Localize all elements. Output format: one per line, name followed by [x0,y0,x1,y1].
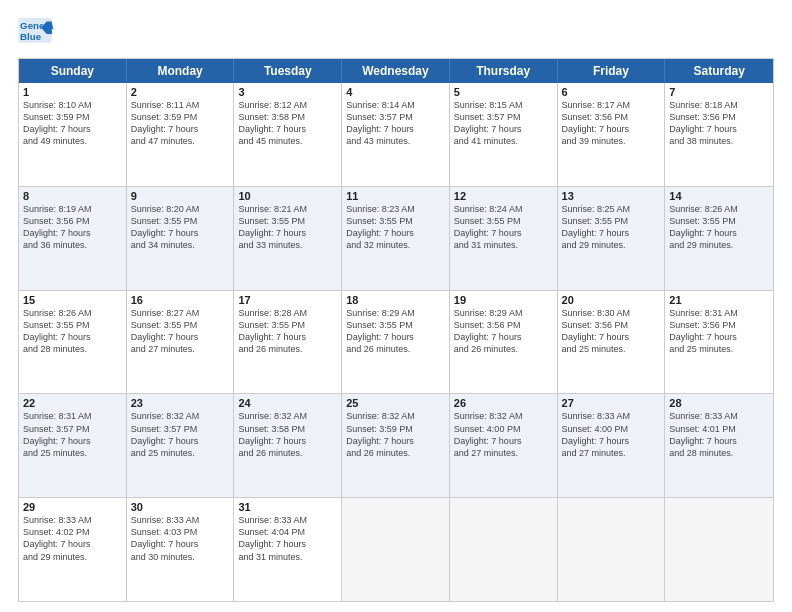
day-number: 30 [131,501,230,513]
day-number: 15 [23,294,122,306]
cell-info-line: Sunrise: 8:32 AM [131,410,230,422]
cell-info-line: Daylight: 7 hours [562,227,661,239]
day-cell-15: 15Sunrise: 8:26 AMSunset: 3:55 PMDayligh… [19,291,127,394]
day-cell-21: 21Sunrise: 8:31 AMSunset: 3:56 PMDayligh… [665,291,773,394]
cell-info-line: Daylight: 7 hours [238,538,337,550]
cell-info-line: Daylight: 7 hours [238,227,337,239]
day-cell-20: 20Sunrise: 8:30 AMSunset: 3:56 PMDayligh… [558,291,666,394]
day-cell-17: 17Sunrise: 8:28 AMSunset: 3:55 PMDayligh… [234,291,342,394]
cell-info-line: and 28 minutes. [23,343,122,355]
cell-info-line: Sunrise: 8:21 AM [238,203,337,215]
weekday-header-thursday: Thursday [450,59,558,83]
cell-info-line: and 45 minutes. [238,135,337,147]
day-cell-3: 3Sunrise: 8:12 AMSunset: 3:58 PMDaylight… [234,83,342,186]
cell-info-line: Sunrise: 8:15 AM [454,99,553,111]
cell-info-line: Daylight: 7 hours [454,227,553,239]
day-number: 20 [562,294,661,306]
cell-info-line: and 38 minutes. [669,135,769,147]
weekday-header-sunday: Sunday [19,59,127,83]
cell-info-line: and 39 minutes. [562,135,661,147]
cell-info-line: Sunrise: 8:27 AM [131,307,230,319]
day-cell-24: 24Sunrise: 8:32 AMSunset: 3:58 PMDayligh… [234,394,342,497]
cell-info-line: Daylight: 7 hours [23,435,122,447]
day-number: 26 [454,397,553,409]
weekday-header-monday: Monday [127,59,235,83]
cell-info-line: Sunset: 3:57 PM [454,111,553,123]
day-number: 5 [454,86,553,98]
cell-info-line: and 26 minutes. [238,343,337,355]
logo-icon: General Blue [18,18,54,48]
cell-info-line: Sunrise: 8:23 AM [346,203,445,215]
cell-info-line: Sunset: 4:04 PM [238,526,337,538]
cell-info-line: Sunset: 3:55 PM [562,215,661,227]
weekday-header-friday: Friday [558,59,666,83]
cell-info-line: Sunrise: 8:19 AM [23,203,122,215]
cell-info-line: and 29 minutes. [669,239,769,251]
cell-info-line: Daylight: 7 hours [23,227,122,239]
cell-info-line: Daylight: 7 hours [562,331,661,343]
cell-info-line: Daylight: 7 hours [562,435,661,447]
cell-info-line: Sunset: 3:55 PM [238,215,337,227]
cell-info-line: and 26 minutes. [346,343,445,355]
header: General Blue [18,18,774,48]
cell-info-line: Sunset: 3:57 PM [131,423,230,435]
cell-info-line: and 25 minutes. [669,343,769,355]
cell-info-line: and 27 minutes. [454,447,553,459]
day-cell-14: 14Sunrise: 8:26 AMSunset: 3:55 PMDayligh… [665,187,773,290]
page: General Blue SundayMondayTuesdayWednesda… [0,0,792,612]
cell-info-line: and 29 minutes. [562,239,661,251]
cell-info-line: Sunset: 3:56 PM [562,319,661,331]
cell-info-line: Sunrise: 8:11 AM [131,99,230,111]
calendar-row: 8Sunrise: 8:19 AMSunset: 3:56 PMDaylight… [19,186,773,290]
cell-info-line: Sunset: 3:56 PM [23,215,122,227]
calendar-row: 22Sunrise: 8:31 AMSunset: 3:57 PMDayligh… [19,393,773,497]
cell-info-line: Sunrise: 8:26 AM [669,203,769,215]
cell-info-line: Daylight: 7 hours [562,123,661,135]
cell-info-line: and 41 minutes. [454,135,553,147]
cell-info-line: Daylight: 7 hours [131,435,230,447]
cell-info-line: Daylight: 7 hours [238,123,337,135]
cell-info-line: Sunset: 3:55 PM [23,319,122,331]
cell-info-line: Sunset: 3:59 PM [23,111,122,123]
day-number: 3 [238,86,337,98]
day-number: 25 [346,397,445,409]
day-number: 22 [23,397,122,409]
day-number: 11 [346,190,445,202]
cell-info-line: Daylight: 7 hours [23,538,122,550]
calendar-row: 1Sunrise: 8:10 AMSunset: 3:59 PMDaylight… [19,83,773,186]
day-number: 12 [454,190,553,202]
cell-info-line: and 47 minutes. [131,135,230,147]
cell-info-line: Sunrise: 8:32 AM [454,410,553,422]
day-cell-28: 28Sunrise: 8:33 AMSunset: 4:01 PMDayligh… [665,394,773,497]
day-number: 31 [238,501,337,513]
day-cell-9: 9Sunrise: 8:20 AMSunset: 3:55 PMDaylight… [127,187,235,290]
day-cell-26: 26Sunrise: 8:32 AMSunset: 4:00 PMDayligh… [450,394,558,497]
day-number: 27 [562,397,661,409]
cell-info-line: and 28 minutes. [669,447,769,459]
day-number: 28 [669,397,769,409]
day-cell-1: 1Sunrise: 8:10 AMSunset: 3:59 PMDaylight… [19,83,127,186]
cell-info-line: and 43 minutes. [346,135,445,147]
day-cell-29: 29Sunrise: 8:33 AMSunset: 4:02 PMDayligh… [19,498,127,601]
cell-info-line: Daylight: 7 hours [131,227,230,239]
day-cell-10: 10Sunrise: 8:21 AMSunset: 3:55 PMDayligh… [234,187,342,290]
cell-info-line: and 26 minutes. [454,343,553,355]
cell-info-line: Sunrise: 8:33 AM [669,410,769,422]
cell-info-line: Sunset: 4:03 PM [131,526,230,538]
cell-info-line: Sunset: 3:55 PM [131,319,230,331]
day-number: 17 [238,294,337,306]
calendar-row: 29Sunrise: 8:33 AMSunset: 4:02 PMDayligh… [19,497,773,601]
cell-info-line: Daylight: 7 hours [346,435,445,447]
cell-info-line: Sunset: 3:56 PM [669,111,769,123]
cell-info-line: Sunset: 3:58 PM [238,111,337,123]
empty-cell [342,498,450,601]
cell-info-line: Daylight: 7 hours [23,123,122,135]
cell-info-line: Sunset: 3:55 PM [238,319,337,331]
day-cell-25: 25Sunrise: 8:32 AMSunset: 3:59 PMDayligh… [342,394,450,497]
day-cell-8: 8Sunrise: 8:19 AMSunset: 3:56 PMDaylight… [19,187,127,290]
cell-info-line: Daylight: 7 hours [669,123,769,135]
day-number: 4 [346,86,445,98]
weekday-header-tuesday: Tuesday [234,59,342,83]
day-cell-16: 16Sunrise: 8:27 AMSunset: 3:55 PMDayligh… [127,291,235,394]
cell-info-line: Daylight: 7 hours [131,331,230,343]
